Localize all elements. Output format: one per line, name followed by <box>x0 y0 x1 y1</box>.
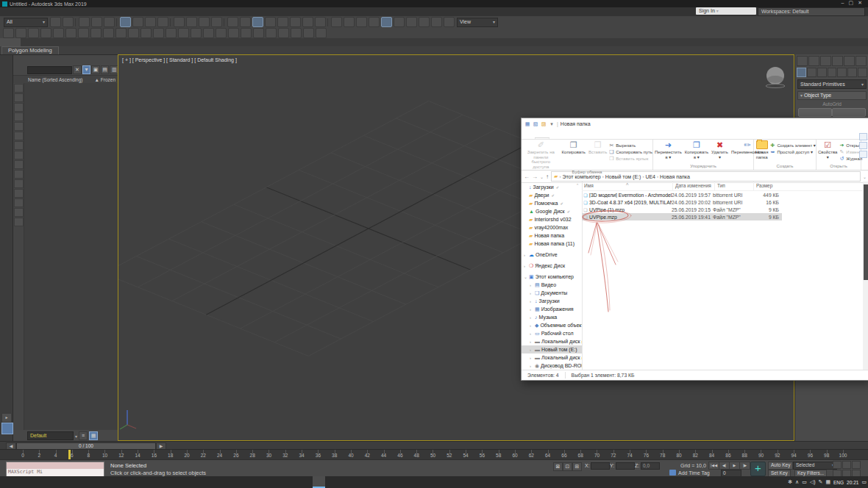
play-icon[interactable]: ▶ <box>729 462 740 470</box>
pin-to-quick-access-button[interactable]: ✐ Закрепить на панелибыстрого доступа <box>522 140 561 169</box>
rectangular-region-icon[interactable] <box>145 17 156 27</box>
app-dev-icon[interactable] <box>138 476 150 488</box>
lights-category-icon[interactable] <box>817 68 827 77</box>
sphere-primitive-icon[interactable] <box>140 28 152 38</box>
nav-item[interactable]: › ▤ Видео <box>522 281 582 289</box>
add-time-tag[interactable]: Add Time Tag <box>678 470 710 476</box>
delete-button[interactable]: ✖ Удалить▾ <box>710 140 730 159</box>
material-editor-icon[interactable] <box>381 17 392 27</box>
align-icon[interactable] <box>240 17 251 27</box>
workspace-dropdown[interactable]: Workspaces: Default <box>758 7 865 16</box>
easy-access-button[interactable]: ➥Простой доступ ▾ <box>769 148 815 155</box>
render-production-icon[interactable] <box>419 17 430 27</box>
app-red-icon[interactable] <box>200 476 213 488</box>
viewport-label[interactable]: [ + ] [ Perspective ] [ Standard ] [ Def… <box>122 57 237 62</box>
display-layers-icon[interactable] <box>14 198 24 207</box>
isolate-selection-icon[interactable] <box>331 17 342 27</box>
red-pin-icon[interactable] <box>216 28 227 38</box>
collapse-icon[interactable] <box>14 218 24 226</box>
select-move-icon[interactable] <box>174 17 185 27</box>
separator[interactable] <box>327 18 330 26</box>
list-options-icon[interactable]: ≡ <box>79 431 88 440</box>
autogrid-label[interactable]: AutoGrid <box>795 101 868 107</box>
object-type-rollout[interactable]: ▾ Object Type <box>797 91 867 100</box>
expand-chevron-icon[interactable]: › <box>530 364 533 368</box>
nav-item[interactable]: ↓ Загрузки ✐ <box>522 183 582 191</box>
column-header-date[interactable]: Дата изменения <box>673 182 715 190</box>
clear-search-icon[interactable]: ✕ <box>73 65 82 74</box>
app-green-icon[interactable] <box>213 476 225 488</box>
explorer-tab[interactable] <box>535 137 549 139</box>
start-button[interactable] <box>0 476 13 488</box>
app-monitor-icon[interactable] <box>38 476 50 488</box>
orange-arrow-icon[interactable] <box>266 28 277 38</box>
polygon-modeling-tab[interactable]: Polygon Modeling <box>1 46 59 54</box>
expand-chevron-icon[interactable]: › <box>530 283 533 287</box>
app-pencil-icon[interactable] <box>250 476 263 488</box>
z-field[interactable]: 0,0 <box>641 462 660 470</box>
app-purple-icon[interactable] <box>188 476 200 488</box>
app-telegram-icon[interactable] <box>100 476 113 488</box>
zoom-extents-icon[interactable] <box>852 461 861 469</box>
prev-frame-icon[interactable]: ◀| <box>719 462 730 470</box>
select-object-icon[interactable] <box>120 17 131 27</box>
scene-states-icon[interactable] <box>40 28 51 38</box>
display-helpers-icon[interactable] <box>14 132 24 140</box>
globe-icon[interactable] <box>291 28 302 38</box>
paste-shortcut-button[interactable]: ❐Вставить ярлык <box>608 155 652 162</box>
expand-chevron-icon[interactable]: › <box>530 323 533 328</box>
geometry-category-icon[interactable] <box>797 68 806 77</box>
toggle-scene-explorer-icon[interactable] <box>252 17 263 27</box>
expand-chevron-icon[interactable]: › <box>524 253 527 257</box>
nav-item[interactable]: › ☁ OneDrive <box>522 251 582 259</box>
copy-button[interactable]: ❐ Копировать <box>561 140 587 155</box>
separator[interactable] <box>170 18 172 26</box>
app-r-icon[interactable] <box>300 476 313 488</box>
named-selection-icon[interactable] <box>315 17 326 27</box>
snaps-toggle-icon[interactable] <box>265 17 276 27</box>
gem-primitive-icon[interactable] <box>153 28 164 38</box>
environment-icon[interactable] <box>15 28 26 38</box>
tray-pen-icon[interactable]: ✎ <box>819 479 823 485</box>
display-tab-icon[interactable] <box>844 56 855 66</box>
select-rotate-icon[interactable] <box>186 17 197 27</box>
window-controls[interactable]: –▢✕ <box>842 0 867 6</box>
qa-properties-icon[interactable]: ▧ <box>533 121 538 127</box>
atom-icon[interactable] <box>228 28 239 38</box>
select-by-name-icon[interactable] <box>132 17 143 27</box>
app-flame-icon[interactable] <box>263 476 275 488</box>
scene-explorer-search-input[interactable] <box>27 66 72 74</box>
copy-to-button[interactable]: ❐ Копироватьв ▾ <box>683 140 710 159</box>
primitives-dropdown[interactable]: Standard Primitives▾ <box>797 79 867 89</box>
open-in-viewport-icon[interactable] <box>444 17 455 27</box>
display-bones-icon[interactable] <box>14 170 24 179</box>
filter-icon[interactable]: ▼ <box>82 65 91 74</box>
nav-item[interactable]: › ♪ Музыка <box>522 313 582 321</box>
move-to-button[interactable]: ➜ Переместитьв ▾ <box>653 140 683 159</box>
selection-lock-icon[interactable]: ⊡ <box>563 462 572 471</box>
app-record-icon[interactable] <box>113 476 125 488</box>
cone-primitive-icon[interactable] <box>166 28 177 38</box>
zoom-all-icon[interactable] <box>842 461 851 469</box>
display-lights-icon[interactable] <box>14 112 24 121</box>
next-frame-icon[interactable]: |▶ <box>739 462 750 470</box>
tray-display-icon[interactable]: ▭ <box>802 479 807 485</box>
ribbon-tab[interactable] <box>62 38 82 46</box>
nav-item[interactable]: › ↓ Загрузки <box>522 297 582 305</box>
zoom-icon[interactable] <box>833 461 842 469</box>
hierarchy-view-icon[interactable]: ▤ <box>101 65 110 74</box>
tray-volume-icon[interactable]: ◁) <box>810 479 816 485</box>
y-field[interactable] <box>616 462 635 470</box>
address-dropdown-icon[interactable]: ⌄ <box>863 174 867 179</box>
expand-chevron-icon[interactable]: › <box>530 299 533 304</box>
nav-item[interactable]: › ◆ Объемные объекты <box>522 321 582 329</box>
tray-keyboard-icon[interactable]: ▦ <box>825 479 830 485</box>
app-word-icon[interactable] <box>88 476 100 488</box>
selection-filter-dropdown[interactable]: All▾ <box>4 18 48 27</box>
column-header-size[interactable]: Размер <box>754 182 784 190</box>
copy-path-button[interactable]: ❏Скопировать путь <box>608 148 652 155</box>
set-keys-button[interactable]: + <box>750 462 766 476</box>
percent-snap-icon[interactable] <box>290 17 301 27</box>
nav-item[interactable]: › ❏ Документы <box>522 289 582 297</box>
nav-item[interactable]: ▰ Двери ✐ <box>522 191 582 199</box>
